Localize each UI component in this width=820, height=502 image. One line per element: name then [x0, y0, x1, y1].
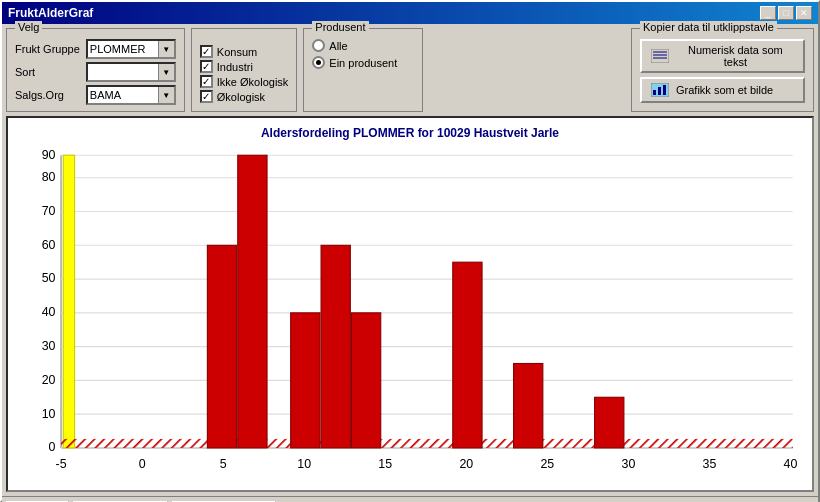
maximize-button[interactable]: □ [778, 6, 794, 20]
main-window: FruktAlderGraf _ □ ✕ Velg Frukt Gruppe P… [0, 0, 820, 502]
checkboxes-group: ✓ Konsum ✓ Industri ✓ Ikke Økologisk ✓ Ø… [191, 28, 298, 112]
checkbox-list: ✓ Konsum ✓ Industri ✓ Ikke Økologisk ✓ Ø… [200, 39, 289, 103]
minimize-button[interactable]: _ [760, 6, 776, 20]
bottom-bar: Lukk 🖨 Skriv ut 📄 Lag PDF [2, 496, 818, 502]
sort-combo[interactable]: ▼ [86, 62, 176, 82]
svg-text:70: 70 [42, 204, 56, 218]
svg-text:30: 30 [622, 457, 636, 471]
konsum-checkbox[interactable]: ✓ [200, 45, 213, 58]
numerisk-icon [650, 48, 670, 64]
konsum-row: ✓ Konsum [200, 45, 289, 58]
bar-22 [595, 397, 624, 448]
svg-rect-6 [658, 87, 661, 95]
top-panel: Velg Frukt Gruppe PLOMMER ▼ Sort ▼ Salgs… [6, 28, 814, 112]
svg-text:30: 30 [42, 339, 56, 353]
sort-label: Sort [15, 66, 80, 78]
window-title: FruktAlderGraf [8, 6, 93, 20]
industri-label: Industri [217, 61, 253, 73]
main-content: Velg Frukt Gruppe PLOMMER ▼ Sort ▼ Salgs… [2, 24, 818, 496]
ikke-okologisk-checkbox[interactable]: ✓ [200, 75, 213, 88]
hatch-row [61, 439, 793, 448]
bar-11 [321, 245, 350, 448]
salgs-org-arrow[interactable]: ▼ [158, 87, 174, 103]
svg-text:25: 25 [540, 457, 554, 471]
yellow-bar [63, 155, 74, 448]
svg-text:40: 40 [42, 305, 56, 319]
velg-fields: Frukt Gruppe PLOMMER ▼ Sort ▼ Salgs.Org … [15, 33, 176, 105]
ein-produsent-row: Ein produsent [312, 56, 414, 69]
spacer [429, 28, 625, 112]
bar-19 [514, 364, 543, 448]
frukt-gruppe-arrow[interactable]: ▼ [158, 41, 174, 57]
bar-6 [238, 155, 267, 448]
grafikk-button[interactable]: Grafikk som et bilde [640, 77, 805, 103]
bar-10 [291, 313, 320, 448]
produsent-group: Produsent Alle Ein produsent [303, 28, 423, 112]
svg-text:20: 20 [459, 457, 473, 471]
okologisk-checkbox[interactable]: ✓ [200, 90, 213, 103]
svg-text:20: 20 [42, 373, 56, 387]
svg-rect-0 [651, 49, 669, 63]
ikke-okologisk-row: ✓ Ikke Økologisk [200, 75, 289, 88]
numerisk-label: Numerisk data som tekst [676, 44, 795, 68]
svg-text:90: 90 [42, 148, 56, 162]
velg-group: Velg Frukt Gruppe PLOMMER ▼ Sort ▼ Salgs… [6, 28, 185, 112]
kopier-legend: Kopier data til utklippstavle [640, 21, 777, 33]
velg-legend: Velg [15, 21, 42, 33]
grafikk-label: Grafikk som et bilde [676, 84, 773, 96]
svg-rect-7 [663, 85, 666, 95]
salgs-org-label: Salgs.Org [15, 89, 80, 101]
frukt-gruppe-label: Frukt Gruppe [15, 43, 80, 55]
svg-text:15: 15 [378, 457, 392, 471]
numerisk-button[interactable]: Numerisk data som tekst [640, 39, 805, 73]
produsent-options: Alle Ein produsent [312, 33, 414, 69]
alle-label: Alle [329, 40, 347, 52]
sort-arrow[interactable]: ▼ [158, 64, 174, 80]
svg-text:60: 60 [42, 238, 56, 252]
frukt-gruppe-combo[interactable]: PLOMMER ▼ [86, 39, 176, 59]
industri-row: ✓ Industri [200, 60, 289, 73]
svg-text:0: 0 [49, 440, 56, 454]
ein-produsent-radio[interactable] [312, 56, 325, 69]
title-bar-controls: _ □ ✕ [760, 6, 812, 20]
bar-12 [351, 313, 380, 448]
salgs-org-combo[interactable]: BAMA ▼ [86, 85, 176, 105]
kopier-group: Kopier data til utklippstavle Numerisk d… [631, 28, 814, 112]
okologisk-row: ✓ Økologisk [200, 90, 289, 103]
produsent-legend: Produsent [312, 21, 368, 33]
ein-produsent-label: Ein produsent [329, 57, 397, 69]
svg-text:80: 80 [42, 170, 56, 184]
svg-text:50: 50 [42, 271, 56, 285]
industri-checkbox[interactable]: ✓ [200, 60, 213, 73]
chart-svg: 0 10 20 30 40 50 60 70 80 90 -5 0 5 [16, 144, 804, 482]
svg-text:5: 5 [220, 457, 227, 471]
svg-text:0: 0 [139, 457, 146, 471]
svg-text:10: 10 [42, 407, 56, 421]
okologisk-label: Økologisk [217, 91, 265, 103]
svg-text:35: 35 [703, 457, 717, 471]
svg-text:-5: -5 [56, 457, 67, 471]
ikke-okologisk-label: Ikke Økologisk [217, 76, 289, 88]
svg-rect-5 [653, 90, 656, 95]
svg-text:40: 40 [784, 457, 798, 471]
chart-container: 0 10 20 30 40 50 60 70 80 90 -5 0 5 [16, 144, 804, 482]
bar-17 [453, 262, 482, 448]
close-button[interactable]: ✕ [796, 6, 812, 20]
alle-row: Alle [312, 39, 414, 52]
kopier-buttons: Numerisk data som tekst Grafikk som et b… [640, 33, 805, 103]
konsum-label: Konsum [217, 46, 257, 58]
grafikk-icon [650, 82, 670, 98]
chart-title: Aldersfordeling PLOMMER for 10029 Haustv… [261, 126, 559, 140]
bar-5 [207, 245, 236, 448]
alle-radio[interactable] [312, 39, 325, 52]
svg-text:10: 10 [297, 457, 311, 471]
chart-area: Aldersfordeling PLOMMER for 10029 Haustv… [6, 116, 814, 492]
